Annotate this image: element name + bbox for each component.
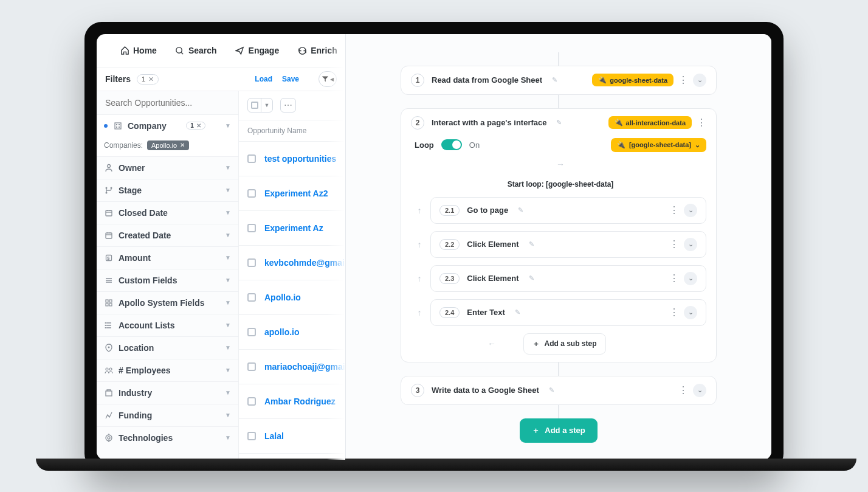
filter-item-header[interactable]: Account Lists▼ <box>97 314 238 336</box>
opportunity-link[interactable]: kevbcohmde@gmail.com <box>264 258 345 268</box>
step-number: 2 <box>411 116 424 130</box>
opportunity-link[interactable]: Ambar Rodriguez <box>264 397 336 406</box>
chevron-down-icon: ▼ <box>225 254 231 261</box>
expand-button[interactable]: ⌄ <box>684 238 697 251</box>
more-icon[interactable]: ⋮ <box>669 308 679 317</box>
row-checkbox[interactable] <box>247 362 256 371</box>
output-pill[interactable]: 🔌all-interaction-data <box>608 116 692 129</box>
expand-button[interactable]: ⌄ <box>684 272 697 285</box>
row-checkbox[interactable] <box>247 432 256 440</box>
more-icon[interactable]: ⋮ <box>669 206 679 215</box>
filter-item-header[interactable]: Industry▼ <box>97 382 238 404</box>
remove-pill-icon[interactable]: ✕ <box>180 142 185 148</box>
more-icon[interactable]: ⋮ <box>669 240 679 249</box>
edit-icon[interactable]: ✎ <box>518 206 523 214</box>
edit-icon[interactable]: ✎ <box>529 274 534 282</box>
filter-item-header[interactable]: Owner▼ <box>97 157 238 179</box>
row-checkbox[interactable] <box>247 328 256 336</box>
opportunity-row[interactable]: kevbcohmde@gmail.com <box>239 246 345 280</box>
filter-item-header[interactable]: Stage▼ <box>97 179 238 201</box>
opportunity-link[interactable]: Apollo.io <box>264 293 301 302</box>
load-link[interactable]: Load <box>255 75 272 83</box>
row-checkbox[interactable] <box>247 258 256 267</box>
more-button[interactable]: ⋯ <box>280 98 296 113</box>
opportunity-link[interactable]: mariaochoajj@gmail.com <box>264 362 345 372</box>
opportunity-row[interactable]: Lalal <box>239 419 345 454</box>
svg-point-11 <box>110 187 112 189</box>
row-checkbox[interactable] <box>247 293 256 302</box>
send-icon <box>235 46 245 55</box>
filter-item-header[interactable]: Created Date▼ <box>97 224 238 246</box>
row-checkbox[interactable] <box>247 189 256 198</box>
filter-item-header[interactable]: Technologies▼ <box>97 427 238 449</box>
edit-icon[interactable]: ✎ <box>515 308 520 316</box>
filter-count-badge[interactable]: 1✕ <box>137 74 159 85</box>
edit-icon[interactable]: ✎ <box>556 119 562 126</box>
edit-icon[interactable]: ✎ <box>529 240 534 248</box>
chevron-down-icon: ▼ <box>225 367 231 373</box>
row-checkbox[interactable] <box>247 224 256 232</box>
opportunity-row[interactable]: test opportunities <box>239 142 345 176</box>
select-all-toggle[interactable]: ▼ <box>247 98 273 113</box>
nav-enrich[interactable]: Enrich <box>290 41 345 60</box>
chevron-down-icon: ▼ <box>225 434 231 441</box>
filter-item-header[interactable]: Location▼ <box>97 337 238 359</box>
filter-item-header[interactable]: $Amount▼ <box>97 247 238 269</box>
output-pill[interactable]: 🔌google-sheet-data <box>592 74 673 86</box>
nav-engage[interactable]: Engage <box>228 41 287 60</box>
filter-item-header[interactable]: Closed Date▼ <box>97 202 238 224</box>
edit-icon[interactable]: ✎ <box>552 76 557 84</box>
add-substep-button[interactable]: ＋Add a sub step <box>523 333 605 355</box>
opportunity-row[interactable]: mariaochoajj@gmail.com <box>239 350 345 384</box>
save-link[interactable]: Save <box>282 75 299 83</box>
clear-filter-icon[interactable]: ✕ <box>148 75 154 83</box>
more-icon[interactable]: ⋮ <box>697 118 706 128</box>
company-pill[interactable]: Apollo.io✕ <box>147 140 189 150</box>
plus-icon: ＋ <box>532 425 540 436</box>
filter-company-count[interactable]: 1✕ <box>186 122 205 130</box>
nav-home-label: Home <box>133 46 157 55</box>
expand-button[interactable]: ⌄ <box>693 384 706 397</box>
expand-button[interactable]: ⌄ <box>693 74 706 87</box>
filter-item-label: Custom Fields <box>119 275 177 285</box>
more-icon[interactable]: ⋮ <box>678 386 688 395</box>
filter-item-header[interactable]: Funding▼ <box>97 404 238 426</box>
filter-company-header[interactable]: Company 1✕ ▼ <box>97 115 238 137</box>
opportunity-row[interactable]: Experiment Az <box>239 211 345 246</box>
chevron-down-icon[interactable]: ▼ <box>261 102 272 108</box>
expand-button[interactable]: ⌄ <box>684 204 697 217</box>
row-checkbox[interactable] <box>247 154 256 163</box>
search-opportunities-input[interactable] <box>105 98 230 108</box>
opportunity-row[interactable]: Experiment Az2 <box>239 176 345 211</box>
add-step-button[interactable]: ＋Add a step <box>520 418 597 443</box>
filter-item-header[interactable]: # Employees▼ <box>97 359 238 381</box>
loop-input-pill[interactable]: 🔌[google-sheet-data]⌄ <box>611 138 706 152</box>
chevron-down-icon: ▼ <box>225 187 231 193</box>
left-panel: Home Search Engage Enrich $ Oppo Filters… <box>97 34 346 460</box>
funnel-button[interactable]: ◀ <box>319 71 337 87</box>
opportunity-row[interactable]: apollo.io <box>239 315 345 350</box>
opportunity-link[interactable]: apollo.io <box>264 327 300 337</box>
substep-number: 2.1 <box>439 205 460 216</box>
nav-home[interactable]: Home <box>112 41 164 60</box>
opportunity-row[interactable]: Ambar Rodriguez <box>239 384 345 419</box>
loop-toggle[interactable] <box>441 139 462 150</box>
chevron-down-icon: ▼ <box>225 322 231 328</box>
svg-rect-5 <box>119 124 120 125</box>
more-icon[interactable]: ⋮ <box>669 274 679 283</box>
nav-search[interactable]: Search <box>168 41 224 60</box>
edit-icon[interactable]: ✎ <box>549 386 554 394</box>
opportunity-link[interactable]: Experiment Az2 <box>264 189 328 198</box>
row-checkbox[interactable] <box>247 397 256 406</box>
opportunity-row[interactable]: Apollo.io <box>239 280 345 315</box>
expand-button[interactable]: ⌄ <box>684 306 697 319</box>
flow-arrow-icon: → <box>415 159 706 169</box>
opportunity-link[interactable]: Lalal <box>264 431 284 441</box>
loop-row: Loop On 🔌[google-sheet-data]⌄ <box>415 138 706 152</box>
filter-item-header[interactable]: Apollo System Fields▼ <box>97 292 238 314</box>
filter-item-header[interactable]: Custom Fields▼ <box>97 269 238 291</box>
more-icon[interactable]: ⋮ <box>678 75 688 85</box>
opportunity-link[interactable]: test opportunities <box>264 154 336 164</box>
opportunity-link[interactable]: Experiment Az <box>264 223 323 233</box>
filter-item-label: # Employees <box>119 366 171 375</box>
